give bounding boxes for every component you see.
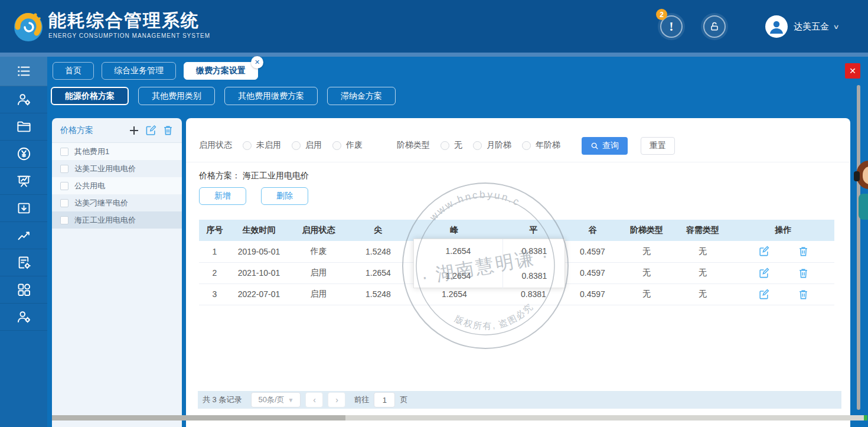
radio-option[interactable]: 年阶梯 [522,140,560,151]
table-cell: 无 [673,262,732,283]
price-plan-header: 价格方案 [52,118,182,143]
radio-icon[interactable] [292,141,301,150]
page-number-input[interactable] [374,392,395,408]
checkbox[interactable] [60,148,68,156]
edit-row-icon[interactable] [758,289,769,300]
subtab-late-fee-plan[interactable]: 滞纳金方案 [327,87,396,105]
search-button[interactable]: 查询 [582,137,628,155]
horizontal-scrollbar-track[interactable] [52,415,866,421]
column-header: 阶梯类型 [620,220,673,241]
radio-icon[interactable] [473,141,482,150]
price-plan-item[interactable]: 达美刁继平电价 [52,194,182,211]
app-logo-icon [12,9,45,43]
delete-row-icon[interactable] [798,289,809,300]
column-header: 序号 [199,220,230,241]
tab-payment-plan-settings[interactable]: 缴费方案设置✕ [184,62,258,80]
price-plan-title: 价格方案 [60,125,93,136]
sidebar-item-menu-list[interactable] [0,57,47,86]
table-cell: 3 [199,283,230,305]
sidebar-item-folder-download[interactable] [0,195,47,222]
table-cell: 1.5248 [350,241,407,262]
sidebar-item-grid[interactable] [0,276,47,304]
radio-icon[interactable] [440,141,449,150]
subtab-energy-price-plan[interactable]: 能源价格方案 [51,87,129,105]
radio-option[interactable]: 启用 [292,140,322,151]
radio-label: 月阶梯 [487,140,511,151]
table-cell: 1.5248 [350,283,407,305]
content-area: 首页综合业务管理缴费方案设置✕ ✕ 能源价格方案其他费用类别其他费用缴费方案滞纳… [47,57,868,427]
radio-icon[interactable] [332,141,341,150]
delete-row-icon[interactable] [798,246,809,257]
tab-home[interactable]: 首页 [53,62,94,80]
sidebar-item-presentation-chart[interactable] [0,168,47,195]
table-cell: 2022-07-01 [230,283,288,305]
radio-icon[interactable] [243,141,252,150]
sidebar-item-document-gear[interactable] [0,249,47,276]
checkbox[interactable] [60,182,68,190]
window-close-button[interactable]: ✕ [845,63,860,79]
checkbox[interactable] [60,199,68,207]
price-plan-list: 其他费用1达美工业用电电价公共用电达美刁继平电价海正工业用电电价 [52,143,182,229]
price-plan-item[interactable]: 公共用电 [52,177,182,194]
search-button-label: 查询 [602,141,619,151]
currency-refresh-icon [16,146,32,162]
sidebar-item-folder[interactable] [0,113,47,141]
notification-button[interactable]: ! 2 [658,13,685,40]
table-cell: 无 [620,241,673,262]
radio-option[interactable]: 作废 [332,140,363,151]
table-cell: 0.4597 [565,283,620,305]
edit-row-icon[interactable] [758,246,769,257]
header-separator [0,53,868,57]
reset-button[interactable]: 重置 [641,137,675,155]
watermark-bottom-text: 版权所有, 盗图必究 [451,299,537,337]
prev-page-button[interactable]: ‹ [305,392,323,408]
app-header: 能耗综合管理系统 ENERGY CONSUMPTION MANAGEMENT S… [0,0,868,53]
tab-comprehensive-business[interactable]: 综合业务管理 [102,62,176,80]
price-plan-item[interactable]: 达美工业用电电价 [52,160,182,177]
sidebar-item-currency-refresh[interactable] [0,141,47,168]
tab-label: 缴费方案设置 [196,66,246,76]
radio-icon[interactable] [522,141,531,150]
user-avatar[interactable] [765,15,788,38]
helper-mascot[interactable] [853,161,868,232]
user-menu[interactable]: 达美五金 ∨ [794,21,838,32]
delete-row-icon[interactable] [798,268,809,279]
subtab-other-fee-payment-plan[interactable]: 其他费用缴费方案 [224,87,318,105]
table-cell: 启用 [288,283,350,305]
price-plan-item-label: 达美工业用电电价 [74,164,136,174]
sidebar-item-line-chart[interactable] [0,222,47,249]
table-cell: 无 [673,283,732,305]
price-plan-item[interactable]: 其他费用1 [52,143,182,160]
sidebar-item-user-gear[interactable] [0,86,47,113]
vertical-scrollbar[interactable] [857,85,860,410]
sidebar-item-user-gear-2[interactable] [0,304,47,331]
checkbox[interactable] [60,165,68,173]
next-page-button[interactable]: › [328,392,345,408]
column-header: 平 [502,220,565,241]
delete-button[interactable]: 删除 [261,187,308,205]
price-plan-item[interactable]: 海正工业用电电价 [52,211,182,229]
radio-label: 年阶梯 [536,140,560,151]
secondary-tab-bar: 能源价格方案其他费用类别其他费用缴费方案滞纳金方案 [51,87,396,105]
radio-option[interactable]: 无 [440,140,462,151]
table-cell: 1.2654 [350,262,407,283]
radio-label: 无 [454,140,462,151]
edit-plan-icon[interactable] [145,125,156,136]
edit-row-icon[interactable] [758,268,769,279]
add-button[interactable]: 新增 [199,187,246,205]
subtab-other-fee-category[interactable]: 其他费用类别 [138,87,215,105]
radio-label: 启用 [305,140,322,151]
radio-option[interactable]: 月阶梯 [473,140,511,151]
add-plan-icon[interactable] [129,125,139,136]
radio-option[interactable]: 未启用 [243,140,281,151]
checkbox[interactable] [60,216,68,224]
tab-close-icon[interactable]: ✕ [251,56,263,69]
user-gear-2-icon [16,309,32,325]
delete-plan-icon[interactable] [162,125,174,136]
page-size-select[interactable]: 50条/页 ▼ [251,392,301,408]
horizontal-scrollbar-thumb[interactable] [52,415,345,421]
column-header: 启用状态 [288,220,350,241]
app-root: 能耗综合管理系统 ENERGY CONSUMPTION MANAGEMENT S… [0,0,868,427]
sidebar-nav [0,57,47,427]
lock-button[interactable] [701,13,728,40]
